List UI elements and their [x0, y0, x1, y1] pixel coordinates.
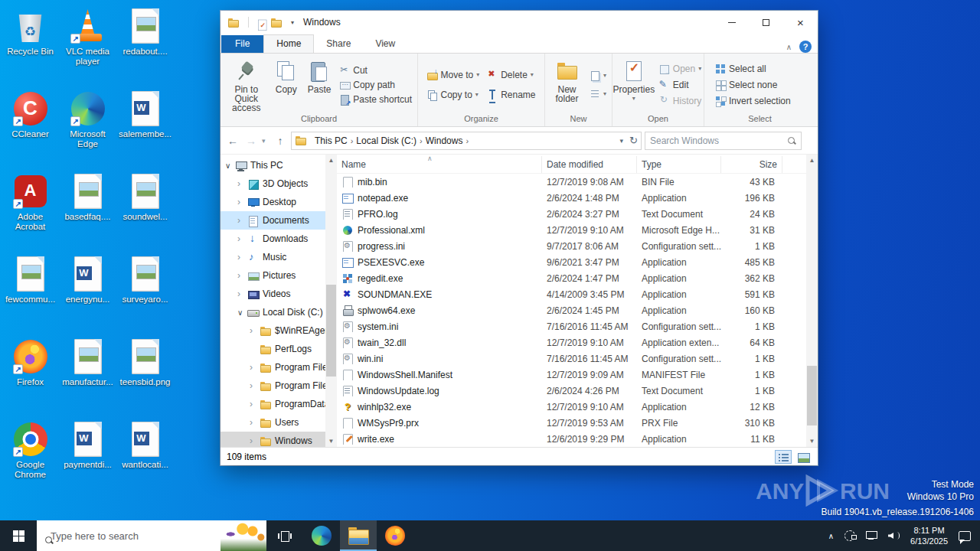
- file-row[interactable]: Professional.xml 12/7/2019 9:10 AM Micro…: [337, 222, 806, 238]
- scroll-down-icon[interactable]: ▼: [325, 435, 337, 447]
- tree-scrollbar[interactable]: ▲ ▼: [325, 155, 337, 447]
- tree-item[interactable]: Videos: [220, 285, 325, 303]
- column-header-size[interactable]: Size: [721, 156, 782, 173]
- search-highlight-image[interactable]: [220, 520, 266, 551]
- file-row[interactable]: progress.ini 9/7/2017 8:06 AM Configurat…: [337, 238, 806, 254]
- expander-chevron-icon[interactable]: [225, 161, 235, 170]
- file-row[interactable]: WMSysPr9.prx 12/7/2019 9:53 AM PRX File …: [337, 415, 806, 431]
- column-header-name[interactable]: Name: [337, 156, 542, 173]
- tree-item[interactable]: Documents: [220, 211, 325, 230]
- desktop-icon[interactable]: Recycle Bin: [2, 5, 59, 87]
- tree-item[interactable]: PerfLogs: [220, 340, 325, 358]
- desktop-icon[interactable]: CCleaner: [2, 87, 59, 170]
- properties-icon[interactable]: [256, 19, 263, 25]
- column-header-date-modified[interactable]: Date modified: [542, 156, 637, 173]
- column-header-type[interactable]: Type: [637, 156, 721, 173]
- tree-item[interactable]: Downloads: [220, 230, 325, 248]
- up-button[interactable]: ↑: [273, 135, 288, 147]
- forward-button[interactable]: →: [243, 135, 259, 147]
- history-button[interactable]: History: [656, 95, 704, 107]
- maximize-button[interactable]: [749, 11, 783, 34]
- address-dropdown-caret-icon[interactable]: ▾: [620, 137, 624, 145]
- file-row[interactable]: splwow64.exe 2/6/2024 1:45 PM Applicatio…: [337, 302, 806, 318]
- file-row[interactable]: PFRO.log 2/6/2024 3:27 PM Text Document …: [337, 206, 806, 222]
- tree-item[interactable]: 3D Objects: [220, 174, 325, 193]
- scrollbar-thumb[interactable]: [326, 285, 336, 377]
- rename-button[interactable]: Rename: [484, 89, 538, 101]
- open-button[interactable]: Open▾: [656, 63, 704, 75]
- new-folder-icon[interactable]: [270, 17, 282, 28]
- file-row[interactable]: twain_32.dll 12/7/2019 9:10 AM Applicati…: [337, 334, 806, 350]
- desktop-icon[interactable]: Google Chrome: [2, 418, 59, 500]
- tab-home[interactable]: Home: [263, 34, 314, 53]
- expander-chevron-icon[interactable]: [237, 308, 247, 317]
- expander-chevron-icon[interactable]: [237, 178, 247, 189]
- desktop-icon[interactable]: surveyaro...: [116, 253, 174, 335]
- close-button[interactable]: ×: [783, 11, 818, 34]
- breadcrumb-segment[interactable]: Windows: [423, 135, 466, 146]
- desktop-icon[interactable]: Firefox: [2, 335, 59, 418]
- action-center-icon[interactable]: [959, 531, 971, 541]
- file-row[interactable]: regedit.exe 2/6/2024 1:47 PM Application…: [337, 270, 806, 286]
- new-item-button[interactable]: ▾: [586, 70, 609, 82]
- tree-item[interactable]: Pictures: [220, 266, 325, 285]
- desktop-icon[interactable]: Microsoft Edge: [59, 87, 116, 170]
- desktop-icon[interactable]: VLC media player: [59, 5, 116, 87]
- tree-item[interactable]: ProgramData: [220, 395, 325, 413]
- tab-file[interactable]: File: [221, 35, 263, 53]
- expander-chevron-icon[interactable]: [250, 325, 260, 336]
- desktop-icon[interactable]: wantlocati...: [116, 418, 174, 500]
- details-view-button[interactable]: [775, 450, 792, 464]
- search-input[interactable]: [650, 135, 787, 146]
- file-row[interactable]: PSEXESVC.exe 9/6/2021 3:47 PM Applicatio…: [337, 254, 806, 270]
- file-row[interactable]: write.exe 12/6/2019 9:29 PM Application …: [337, 431, 806, 447]
- collapse-ribbon-icon[interactable]: ∧: [786, 43, 792, 51]
- customize-toolbar-caret-icon[interactable]: ▾: [291, 19, 294, 26]
- expander-chevron-icon[interactable]: [237, 270, 247, 281]
- select-all-button[interactable]: Select all: [712, 63, 794, 75]
- tree-item[interactable]: Program Files: [220, 358, 325, 377]
- desktop-icon[interactable]: Adobe Acrobat: [2, 170, 59, 253]
- file-row[interactable]: notepad.exe 2/6/2024 1:48 PM Application…: [337, 190, 806, 206]
- tree-item[interactable]: This PC: [220, 156, 325, 174]
- scroll-down-icon[interactable]: ▼: [806, 435, 818, 447]
- copy-to-button[interactable]: Copy to▾: [423, 89, 482, 101]
- taskbar-edge-button[interactable]: [303, 520, 340, 551]
- desktop-icon[interactable]: teensbid.png: [116, 335, 174, 418]
- taskbar-firefox-button[interactable]: [377, 520, 413, 551]
- easy-access-button[interactable]: ▾: [586, 88, 609, 100]
- properties-button[interactable]: Properties ▾: [612, 57, 656, 112]
- tree-item[interactable]: Users: [220, 413, 325, 432]
- tree-item[interactable]: Program Files: [220, 377, 325, 395]
- tree-item[interactable]: Local Disk (C:): [220, 303, 325, 321]
- folder-icon[interactable]: [227, 17, 239, 28]
- desktop-icon[interactable]: soundwel...: [116, 170, 174, 253]
- minimize-button[interactable]: [714, 11, 749, 34]
- desktop-icon[interactable]: redabout....: [116, 5, 174, 87]
- breadcrumb-segment[interactable]: This PC: [312, 135, 351, 146]
- scrollbar-thumb[interactable]: [807, 366, 817, 425]
- file-row[interactable]: win.ini 7/16/2016 11:45 AM Configuration…: [337, 350, 806, 367]
- scroll-up-icon[interactable]: ▲: [325, 155, 337, 166]
- desktop-icon[interactable]: salemembe...: [116, 87, 174, 170]
- volume-icon[interactable]: [888, 531, 900, 540]
- tab-view[interactable]: View: [363, 35, 407, 53]
- desktop-icon[interactable]: basedfaq....: [59, 170, 116, 253]
- copy-button[interactable]: Copy: [270, 57, 302, 112]
- help-icon[interactable]: ?: [799, 41, 812, 53]
- expander-chevron-icon[interactable]: [250, 417, 260, 428]
- expander-chevron-icon[interactable]: [237, 233, 247, 244]
- expander-chevron-icon[interactable]: [237, 289, 247, 299]
- expander-chevron-icon[interactable]: [250, 435, 260, 446]
- copy-path-button[interactable]: Copy path: [336, 79, 415, 91]
- tab-share[interactable]: Share: [314, 35, 363, 53]
- file-row[interactable]: winhlp32.exe 12/7/2019 9:10 AM Applicati…: [337, 399, 806, 415]
- expander-chevron-icon[interactable]: [250, 399, 260, 409]
- expander-chevron-icon[interactable]: [250, 380, 260, 391]
- scroll-up-icon[interactable]: ▲: [806, 155, 818, 166]
- breadcrumb-segment[interactable]: Local Disk (C:): [353, 135, 420, 146]
- invert-selection-button[interactable]: Invert selection: [712, 95, 794, 107]
- paste-shortcut-button[interactable]: Paste shortcut: [336, 93, 415, 106]
- desktop-icon[interactable]: manufactur...: [59, 335, 116, 418]
- tray-app-icon[interactable]: [844, 530, 855, 541]
